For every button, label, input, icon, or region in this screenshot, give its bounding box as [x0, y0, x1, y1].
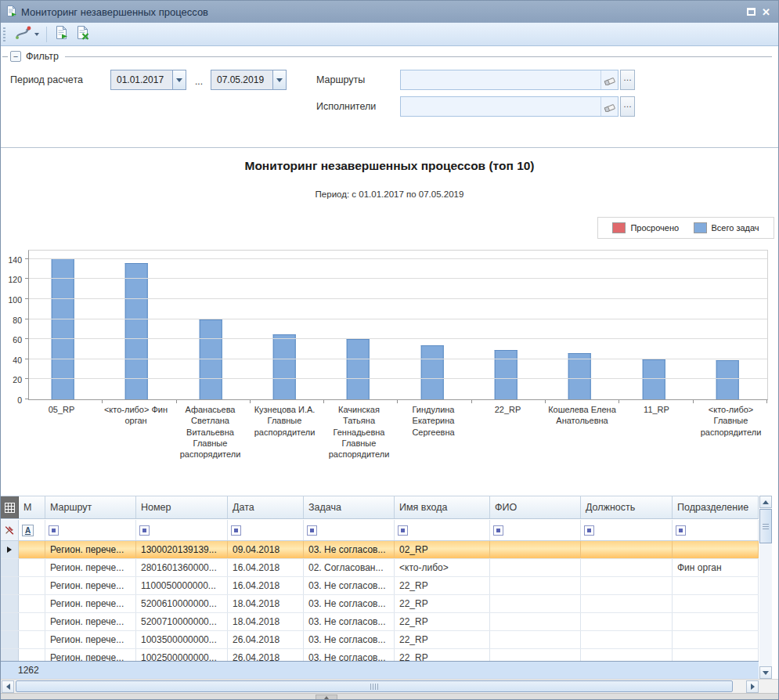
- date-from-field[interactable]: 01.01.2017: [110, 70, 186, 90]
- routes-more-button[interactable]: …: [620, 70, 635, 90]
- filter-cell[interactable]: [228, 520, 304, 540]
- row-header-cell[interactable]: [1, 613, 19, 630]
- grid-corner-cell[interactable]: [1, 496, 19, 518]
- table-cell[interactable]: Регион. перече...: [45, 577, 136, 594]
- date-to-dropdown-button[interactable]: [272, 70, 286, 89]
- table-cell[interactable]: Фин орган: [673, 559, 759, 576]
- date-from-dropdown-button[interactable]: [172, 70, 186, 89]
- table-cell[interactable]: 03. Не согласов...: [304, 649, 395, 661]
- table-cell[interactable]: 22_RP: [395, 631, 490, 648]
- table-cell[interactable]: 22_RP: [395, 613, 490, 630]
- column-header[interactable]: Номер: [136, 496, 228, 518]
- table-cell[interactable]: 22_RP: [395, 649, 490, 661]
- table-cell[interactable]: [19, 595, 45, 612]
- table-cell[interactable]: 18.04.2018: [228, 613, 304, 630]
- filter-cell[interactable]: [673, 520, 759, 540]
- maximize-icon[interactable]: [747, 8, 756, 16]
- table-cell[interactable]: 18.04.2018: [228, 595, 304, 612]
- table-cell[interactable]: [581, 631, 673, 648]
- table-cell[interactable]: 1300020139139...: [136, 541, 228, 558]
- executors-input[interactable]: [400, 96, 619, 117]
- vertical-scrollbar[interactable]: [759, 496, 772, 679]
- table-cell[interactable]: <кто-либо>: [395, 559, 490, 576]
- table-cell[interactable]: [673, 649, 759, 661]
- table-cell[interactable]: 5200610000000...: [136, 595, 228, 612]
- filter-cell[interactable]: [136, 520, 228, 540]
- table-cell[interactable]: [581, 595, 673, 612]
- table-row[interactable]: Регион. перече...5200710000000...18.04.2…: [1, 613, 759, 631]
- column-header[interactable]: Дата: [228, 496, 304, 518]
- table-cell[interactable]: 1002500000000...: [136, 649, 228, 661]
- process-actions-button[interactable]: [10, 23, 42, 46]
- pin-filter-cell[interactable]: [1, 520, 19, 540]
- date-from-value[interactable]: 01.01.2017: [111, 70, 172, 89]
- filter-cell[interactable]: [304, 520, 395, 540]
- column-header[interactable]: Задача: [304, 496, 395, 518]
- table-cell[interactable]: [673, 613, 759, 630]
- row-header-cell[interactable]: [1, 559, 19, 576]
- column-header[interactable]: Подразделение: [673, 496, 759, 518]
- row-header-cell[interactable]: [1, 577, 19, 594]
- table-row[interactable]: Регион. перече...5200610000000...18.04.2…: [1, 595, 759, 613]
- table-cell[interactable]: [19, 541, 45, 558]
- row-header-cell[interactable]: [1, 595, 19, 612]
- close-icon[interactable]: ✕: [762, 7, 770, 17]
- table-cell[interactable]: 03. Не согласов...: [304, 613, 395, 630]
- table-cell[interactable]: [19, 559, 45, 576]
- table-cell[interactable]: 5200710000000...: [136, 613, 228, 630]
- filter-cell[interactable]: [490, 520, 581, 540]
- executors-more-button[interactable]: …: [620, 96, 635, 117]
- horizontal-scrollbar[interactable]: [1, 679, 778, 693]
- column-header[interactable]: Должность: [581, 496, 673, 518]
- vertical-scroll-thumb[interactable]: [759, 509, 772, 543]
- table-cell[interactable]: 02. Согласован...: [304, 559, 395, 576]
- table-cell[interactable]: [490, 541, 581, 558]
- splitter-collapse-button[interactable]: [316, 695, 337, 700]
- table-cell[interactable]: 16.04.2018: [228, 559, 304, 576]
- table-cell[interactable]: 03. Не согласов...: [304, 541, 395, 558]
- table-cell[interactable]: 22_RP: [395, 595, 490, 612]
- row-header-cell[interactable]: [1, 649, 19, 661]
- routes-clear-button[interactable]: [600, 70, 618, 89]
- table-cell[interactable]: [673, 631, 759, 648]
- date-to-field[interactable]: 07.05.2019: [211, 70, 287, 90]
- table-cell[interactable]: [19, 649, 45, 661]
- table-cell[interactable]: [19, 577, 45, 594]
- row-header-cell[interactable]: [1, 631, 19, 648]
- column-header[interactable]: ФИО: [490, 496, 581, 518]
- table-cell[interactable]: [490, 559, 581, 576]
- table-cell[interactable]: [581, 559, 673, 576]
- table-cell[interactable]: [490, 595, 581, 612]
- table-cell[interactable]: [673, 541, 759, 558]
- executors-value[interactable]: [401, 97, 600, 116]
- scroll-down-button[interactable]: [759, 666, 772, 679]
- toolbar-grip[interactable]: [3, 27, 5, 41]
- table-cell[interactable]: [581, 613, 673, 630]
- scroll-left-button[interactable]: [2, 680, 14, 693]
- table-cell[interactable]: 26.04.2018: [228, 631, 304, 648]
- table-cell[interactable]: [490, 631, 581, 648]
- routes-input[interactable]: [400, 70, 619, 90]
- table-cell[interactable]: 1003500000000...: [136, 631, 228, 648]
- table-cell[interactable]: [673, 595, 759, 612]
- table-cell[interactable]: 2801601360000...: [136, 559, 228, 576]
- table-cell[interactable]: Регион. перече...: [45, 541, 136, 558]
- filter-cell[interactable]: А: [19, 520, 45, 540]
- table-cell[interactable]: Регион. перече...: [45, 649, 136, 661]
- table-cell[interactable]: Регион. перече...: [45, 559, 136, 576]
- table-row[interactable]: Регион. перече...1003500000000...26.04.2…: [1, 631, 759, 649]
- table-cell[interactable]: [490, 613, 581, 630]
- column-header[interactable]: М: [19, 496, 45, 518]
- table-cell[interactable]: [19, 613, 45, 630]
- table-cell[interactable]: 22_RP: [395, 577, 490, 594]
- table-cell[interactable]: Регион. перече...: [45, 595, 136, 612]
- row-header-cell[interactable]: [1, 541, 19, 558]
- table-cell[interactable]: [673, 577, 759, 594]
- table-cell[interactable]: 03. Не согласов...: [304, 577, 395, 594]
- column-header[interactable]: Маршрут: [45, 496, 136, 518]
- scroll-up-button[interactable]: [759, 496, 772, 508]
- column-header[interactable]: Имя входа: [395, 496, 490, 518]
- export-excel-button[interactable]: [72, 23, 93, 45]
- routes-value[interactable]: [401, 70, 600, 89]
- date-to-value[interactable]: 07.05.2019: [211, 70, 272, 89]
